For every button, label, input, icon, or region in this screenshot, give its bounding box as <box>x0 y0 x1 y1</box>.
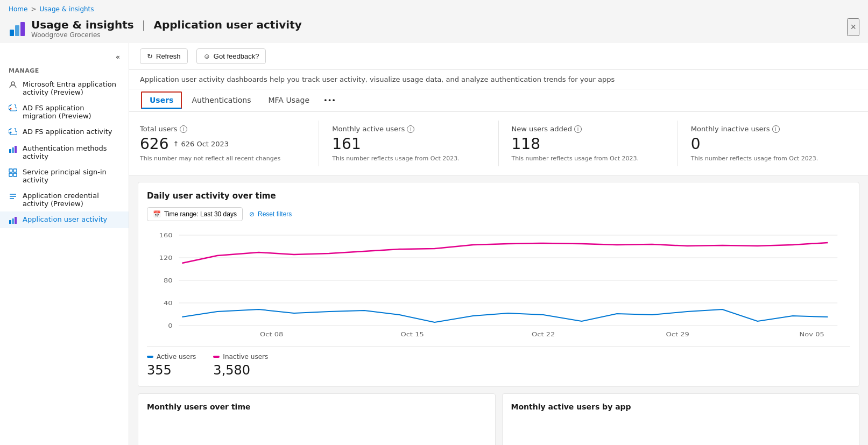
new-users-info-icon[interactable]: i <box>574 125 582 133</box>
sidebar-item-label: AD FS application activity <box>23 128 112 136</box>
svg-text:120: 120 <box>159 255 173 262</box>
monthly-active-by-app-card: Monthly active users by app <box>502 393 860 445</box>
breadcrumb-current: Usage & insights <box>40 5 94 13</box>
svg-point-4 <box>10 108 12 110</box>
svg-rect-17 <box>12 218 14 224</box>
time-range-filter-button[interactable]: 📅 Time range: Last 30 days <box>147 207 243 221</box>
svg-text:Nov 05: Nov 05 <box>800 331 824 337</box>
chart-title: Daily user activity over time <box>147 191 850 201</box>
sidebar: « Manage Microsoft Entra application act… <box>0 43 129 445</box>
daily-activity-chart: 160 120 80 40 0 Oct 08 Oct 15 Oct 22 Oct… <box>147 230 850 337</box>
active-users-dot <box>147 356 153 358</box>
toolbar: ↻ Refresh ☺ Got feedback? <box>129 43 868 70</box>
sidebar-item-adfs-migration[interactable]: AD FS application migration (Preview) <box>0 100 129 124</box>
svg-rect-6 <box>9 149 11 153</box>
chart-legend: Active users 355 Inactive users 3,580 <box>147 346 850 378</box>
svg-rect-10 <box>13 169 17 172</box>
chart-bar-icon <box>9 145 17 153</box>
svg-text:Oct 15: Oct 15 <box>400 331 424 337</box>
stat-monthly-active-users: Monthly active users i 161 This number r… <box>319 121 498 166</box>
feedback-button[interactable]: ☺ Got feedback? <box>196 48 266 64</box>
monthly-inactive-info-icon[interactable]: i <box>772 125 780 133</box>
monthly-users-over-time-card: Monthly users over time <box>138 393 496 445</box>
description-bar: Application user activity dashboards hel… <box>129 70 868 89</box>
svg-rect-1 <box>15 25 19 36</box>
active-users-value: 355 <box>147 363 196 378</box>
stat-monthly-inactive-users: Monthly inactive users i 0 This number r… <box>678 121 857 166</box>
svg-point-5 <box>10 132 12 133</box>
svg-rect-11 <box>9 173 12 176</box>
sidebar-item-app-user-activity[interactable]: Application user activity <box>0 211 129 228</box>
legend-inactive-users: Inactive users 3,580 <box>213 353 268 378</box>
more-tabs-button[interactable]: ••• <box>320 91 339 110</box>
grid-icon <box>9 168 17 177</box>
sidebar-item-label: Microsoft Entra application activity (Pr… <box>23 80 120 96</box>
content-area: ↻ Refresh ☺ Got feedback? Application us… <box>129 43 868 445</box>
svg-text:160: 160 <box>159 232 173 239</box>
refresh-icon: ↻ <box>147 52 153 60</box>
chart-filters: 📅 Time range: Last 30 days ⊘ Reset filte… <box>147 207 850 221</box>
legend-active-users: Active users 355 <box>147 353 196 378</box>
svg-point-3 <box>11 82 15 85</box>
svg-rect-18 <box>15 217 17 224</box>
inactive-users-value: 3,580 <box>213 363 268 378</box>
svg-rect-7 <box>12 147 14 153</box>
tab-authentications[interactable]: Authentications <box>183 90 259 111</box>
svg-text:0: 0 <box>168 322 172 329</box>
person-icon <box>9 81 17 89</box>
breadcrumb: Home > Usage & insights <box>0 0 868 16</box>
sidebar-item-label: Service principal sign-in activity <box>23 168 120 184</box>
main-container: « Manage Microsoft Entra application act… <box>0 43 868 445</box>
daily-activity-chart-section: Daily user activity over time 📅 Time ran… <box>138 182 859 387</box>
page-title-text: Usage & insights | Application user acti… <box>31 18 302 39</box>
bottom-charts-row: Monthly users over time Monthly active u… <box>138 393 859 445</box>
sidebar-item-label: Application credential activity (Preview… <box>23 192 120 208</box>
monthly-active-by-app-title: Monthly active users by app <box>511 402 851 411</box>
page-title: Usage & insights | Application user acti… <box>31 18 302 31</box>
breadcrumb-separator: > <box>31 5 36 13</box>
chart-active-icon <box>9 216 17 224</box>
monthly-active-info-icon[interactable]: i <box>407 125 414 133</box>
sidebar-item-label: Application user activity <box>23 215 107 223</box>
tab-mfa-usage[interactable]: MFA Usage <box>260 90 319 111</box>
tab-users[interactable]: Users <box>141 91 182 109</box>
sidebar-collapse-button[interactable]: « <box>0 50 129 64</box>
cloud-migration-icon <box>9 104 17 113</box>
stat-total-users: Total users i 626 ↑ 626 Oct 2023 This nu… <box>140 121 319 166</box>
sidebar-item-auth-methods[interactable]: Authentication methods activity <box>0 140 129 164</box>
svg-rect-16 <box>9 220 11 224</box>
svg-text:Oct 08: Oct 08 <box>260 331 283 337</box>
sidebar-manage-label: Manage <box>0 64 129 76</box>
org-name: Woodgrove Groceries <box>31 31 302 39</box>
page-header: Usage & insights | Application user acti… <box>0 16 868 43</box>
inactive-users-dot <box>213 356 220 358</box>
tab-bar: Users Authentications MFA Usage ••• <box>129 89 868 112</box>
sidebar-item-label: Authentication methods activity <box>23 144 120 160</box>
sidebar-item-label: AD FS application migration (Preview) <box>23 104 120 120</box>
sidebar-item-app-credential[interactable]: Application credential activity (Preview… <box>0 188 129 211</box>
app-icon <box>9 20 26 37</box>
cloud-activity-icon <box>9 128 17 137</box>
filter-icon: ⊘ <box>249 210 255 218</box>
calendar-icon: 📅 <box>153 210 161 218</box>
list-icon <box>9 192 17 201</box>
svg-text:Oct 22: Oct 22 <box>532 331 555 337</box>
sidebar-item-adfs-activity[interactable]: AD FS application activity <box>0 124 129 140</box>
svg-text:80: 80 <box>164 277 173 284</box>
breadcrumb-home[interactable]: Home <box>9 5 27 13</box>
reset-filters-button[interactable]: ⊘ Reset filters <box>249 210 292 218</box>
page-title-area: Usage & insights | Application user acti… <box>9 18 302 39</box>
svg-rect-9 <box>9 169 12 172</box>
sidebar-item-service-principal[interactable]: Service principal sign-in activity <box>0 164 129 188</box>
monthly-users-title: Monthly users over time <box>147 402 486 411</box>
stat-new-users-added: New users added i 118 This number reflec… <box>499 121 678 166</box>
description-text: Application user activity dashboards hel… <box>140 75 615 83</box>
svg-rect-8 <box>15 146 17 153</box>
refresh-button[interactable]: ↻ Refresh <box>140 48 188 64</box>
feedback-icon: ☺ <box>203 52 210 60</box>
stats-row: Total users i 626 ↑ 626 Oct 2023 This nu… <box>129 112 868 175</box>
sidebar-item-entra-app[interactable]: Microsoft Entra application activity (Pr… <box>0 76 129 100</box>
svg-text:40: 40 <box>164 300 173 307</box>
close-button[interactable]: × <box>847 18 859 36</box>
total-users-info-icon[interactable]: i <box>180 125 187 133</box>
